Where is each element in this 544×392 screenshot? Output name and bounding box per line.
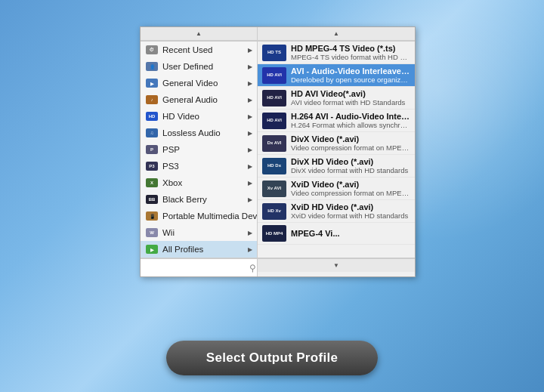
search-icon: ⚲ [249, 263, 256, 273]
sidebar-item-all-profiles[interactable]: ▶ All Profiles ▶ [141, 241, 257, 258]
select-output-profile-label: Select Output Profile [206, 350, 338, 366]
format-icon-xvid-hd-video: HD Xv [262, 203, 286, 220]
sidebar-scroll-up[interactable] [141, 27, 257, 41]
format-icon-hd-mpeg4-ts: HD TS [262, 45, 286, 61]
category-sidebar: ⏱ Recent Used ▶ 👤 User Defined ▶ ▶ Gener… [141, 42, 258, 258]
format-item-xvid-video[interactable]: Xv AVI XviD Video (*.avi) Video compress… [258, 177, 415, 200]
clock-icon: ⏱ [145, 45, 159, 55]
format-icon-mpeg4-more: HD MP4 [262, 225, 286, 242]
format-icon-divx-video: Dx AVI [262, 135, 286, 152]
sidebar-item-wii[interactable]: W Wii ▶ [141, 224, 257, 241]
lossless-icon: ♫ [145, 128, 159, 138]
format-item-mpeg4-more[interactable]: HD MP4 MPEG-4 Vi... [258, 223, 415, 245]
sidebar-item-xbox[interactable]: X Xbox ▶ [141, 174, 257, 191]
format-item-hd-avi-video[interactable]: HD AVI HD AVI Video(*.avi) AVI video for… [258, 87, 415, 110]
format-item-divx-video[interactable]: Dx AVI DivX Video (*.avi) Video compress… [258, 132, 415, 155]
format-item-h264-avi[interactable]: HD AVI H.264 AVI - Audio-Video Interleav… [258, 110, 415, 132]
format-item-hd-mpeg4-ts[interactable]: HD TS HD MPEG-4 TS Video (*.ts) MPEG-4 T… [258, 42, 415, 64]
search-bar[interactable]: ⚲ [141, 258, 257, 276]
format-icon-h264-avi: HD AVI [262, 113, 286, 129]
sidebar-item-general-audio[interactable]: ♪ General Audio ▶ [141, 91, 257, 108]
format-icon-divx-hd-video: HD Dx [262, 158, 286, 174]
search-input[interactable] [145, 264, 249, 273]
sidebar-item-recent-used[interactable]: ⏱ Recent Used ▶ [141, 42, 257, 58]
formats-scroll-up[interactable] [258, 27, 415, 41]
all-icon: ▶ [145, 244, 159, 255]
hd-icon: HD [145, 111, 159, 122]
formats-scroll-down[interactable] [258, 258, 415, 272]
xbox-icon: X [145, 177, 159, 188]
user-icon: 👤 [145, 61, 159, 72]
sidebar-item-portable-multimedia[interactable]: 📱 Portable Multimedia Dev... ▶ [141, 208, 257, 224]
ps3-icon: P3 [145, 161, 159, 171]
format-icon-hd-avi-video: HD AVI [262, 90, 286, 106]
sidebar-item-hd-video[interactable]: HD HD Video ▶ [141, 108, 257, 125]
format-item-divx-hd-video[interactable]: HD Dx DivX HD Video (*.avi) DivX video f… [258, 155, 415, 177]
bb-icon: BB [145, 194, 159, 205]
sidebar-item-blackberry[interactable]: BB Black Berry ▶ [141, 191, 257, 208]
audio-icon: ♪ [145, 94, 159, 105]
format-item-avi-audio-video[interactable]: HD AVI AVI - Audio-Video Interleaved (*.… [258, 64, 415, 87]
psp-icon: P [145, 144, 159, 155]
sidebar-item-psp[interactable]: P PSP ▶ [141, 141, 257, 158]
sidebar-item-ps3[interactable]: P3 PS3 ▶ [141, 158, 257, 174]
wii-icon: W [145, 227, 159, 238]
profile-panel: ⏱ Recent Used ▶ 👤 User Defined ▶ ▶ Gener… [140, 26, 416, 277]
sidebar-item-lossless-audio[interactable]: ♫ Lossless Audio ▶ [141, 125, 257, 141]
formats-list: HD TS HD MPEG-4 TS Video (*.ts) MPEG-4 T… [258, 42, 415, 258]
format-icon-avi-audio-video: HD AVI [262, 67, 286, 84]
video-icon: ▶ [145, 78, 159, 88]
sidebar-item-user-defined[interactable]: 👤 User Defined ▶ [141, 58, 257, 75]
format-icon-xvid-video: Xv AVI [262, 181, 286, 197]
portable-icon: 📱 [145, 211, 159, 221]
sidebar-item-general-video[interactable]: ▶ General Video ▶ [141, 75, 257, 91]
format-item-xvid-hd-video[interactable]: HD Xv XviD HD Video (*.avi) XviD video f… [258, 200, 415, 223]
select-output-profile-button[interactable]: Select Output Profile [166, 341, 378, 375]
